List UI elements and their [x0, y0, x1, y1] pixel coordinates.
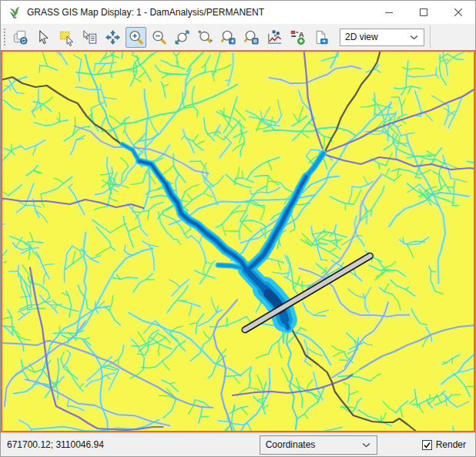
toolbar-separator: [430, 25, 431, 49]
zoom-region-button[interactable]: [195, 27, 216, 48]
select-features-icon: [58, 29, 75, 46]
map-elements-icon: A: [289, 29, 307, 46]
status-bar: 671700.12; 3110046.94 Coordinates Render: [1, 432, 475, 456]
display-map-button[interactable]: [10, 27, 31, 48]
title-bar: GRASS GIS Map Display: 1 - DamAnalysis/P…: [1, 1, 475, 24]
zoom-in-icon: [127, 29, 145, 46]
map-display-frame: [1, 50, 475, 432]
window-title: GRASS GIS Map Display: 1 - DamAnalysis/P…: [27, 7, 371, 18]
close-icon: [454, 8, 462, 16]
coordinate-readout: 671700.12; 3110046.94: [7, 439, 260, 450]
zoom-extent-button[interactable]: [172, 27, 193, 48]
render-checkbox-label: Render: [436, 439, 466, 450]
minimize-icon: [385, 8, 393, 16]
svg-text:A: A: [299, 30, 304, 38]
pan-icon: [104, 29, 122, 46]
map-canvas[interactable]: [2, 52, 474, 431]
select-features-button[interactable]: [56, 27, 77, 48]
zoom-previous-icon: [220, 29, 237, 46]
statusbar-mode-dropdown[interactable]: Coordinates: [260, 435, 377, 455]
checkbox-check-icon: [423, 441, 431, 449]
zoom-in-button[interactable]: [126, 27, 146, 48]
maximize-button[interactable]: [406, 1, 441, 24]
zoom-previous-button[interactable]: [218, 27, 239, 48]
zoom-to-map-icon: [243, 29, 260, 46]
grass-map-display-window: GRASS GIS Map Display: 1 - DamAnalysis/P…: [0, 0, 476, 457]
view-mode-dropdown[interactable]: 2D view: [340, 29, 424, 46]
zoom-out-icon: [150, 29, 168, 46]
analyze-map-icon: [266, 29, 283, 46]
view-mode-value: 2D view: [345, 32, 378, 42]
minimize-button[interactable]: [371, 1, 406, 24]
query-icon: [81, 29, 99, 46]
close-button[interactable]: [441, 1, 475, 24]
query-button[interactable]: [79, 27, 100, 48]
zoom-region-icon: [196, 29, 214, 46]
zoom-extent-icon: [173, 29, 191, 46]
maximize-icon: [420, 8, 427, 16]
chevron-down-icon: [410, 35, 418, 40]
grass-gis-icon: [8, 5, 22, 19]
pan-button[interactable]: [102, 27, 123, 48]
display-map-icon: [12, 29, 29, 46]
render-toggle[interactable]: Render: [422, 439, 466, 450]
pointer-icon: [35, 29, 52, 46]
zoom-out-button[interactable]: [149, 27, 169, 48]
analyze-map-button[interactable]: [264, 27, 285, 48]
map-elements-button[interactable]: A: [287, 27, 308, 48]
zoom-to-map-button[interactable]: [241, 27, 262, 48]
save-display-icon: [312, 29, 330, 46]
window-controls: [371, 1, 475, 24]
statusbar-mode-value: Coordinates: [266, 439, 316, 450]
save-display-button[interactable]: [310, 27, 331, 48]
map-toolbar: A 2D view: [1, 24, 475, 50]
pointer-button[interactable]: [33, 27, 54, 48]
toolbar-grip-handle[interactable]: [2, 27, 6, 47]
chevron-down-icon: [362, 442, 370, 448]
render-checkbox[interactable]: [422, 440, 432, 450]
